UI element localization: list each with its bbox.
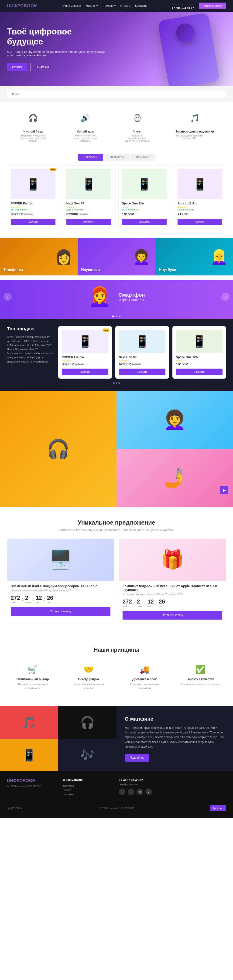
- top-dot-1[interactable]: [113, 382, 115, 384]
- nav-about[interactable]: О нас магазин: [62, 4, 81, 8]
- promo-banner: ‹ 👩‍🦰 Смартфон Apple iPhone XR ›: [0, 280, 233, 313]
- product-stars-3: ★★★☆☆: [122, 206, 167, 208]
- unique-offer-section: Уникальное предложение Знаменитый iPad с…: [0, 508, 233, 635]
- phones-person-icon: 👩: [54, 238, 73, 275]
- collage-dark: 🎧: [58, 706, 116, 739]
- promo-dot-1[interactable]: [112, 315, 114, 317]
- tab-headphones[interactable]: Наушники: [131, 154, 155, 161]
- days-label-1: дней: [11, 601, 20, 603]
- tab-phones[interactable]: Телефоны: [78, 154, 103, 161]
- product-badge-1: new: [49, 168, 57, 171]
- principle-choice-name: Оптимальный выбор: [12, 677, 54, 681]
- product-tabs: Телефоны Планшеты Наушники: [7, 154, 226, 161]
- hours-label-1: часов: [25, 601, 31, 603]
- principle-delivery-name: Доставка в срок: [123, 677, 166, 681]
- nav-contacts[interactable]: Контакты: [135, 4, 147, 8]
- top-buy-1[interactable]: Заказать: [62, 369, 109, 375]
- logo: ЦИФРОБOOM: [7, 3, 38, 8]
- social-telegram[interactable]: T: [119, 789, 125, 795]
- about-title: О магазине: [124, 716, 225, 722]
- offer-body-1: Знаменитый iPad с мощным процессором A12…: [7, 581, 114, 619]
- nav-catalog[interactable]: Каталог ▾: [86, 4, 98, 8]
- offer-order-button-1[interactable]: Оставить заявку: [11, 607, 110, 616]
- footer-social: T f in V: [119, 789, 170, 795]
- side-scroll-button[interactable]: ▶: [220, 486, 228, 494]
- tab-tablets[interactable]: Планшеты: [104, 154, 129, 161]
- promo-dot-2[interactable]: [116, 315, 117, 317]
- footer-nav-title: О нас магазин: [63, 778, 114, 782]
- promo-prev-button[interactable]: ‹: [3, 293, 12, 301]
- search-input[interactable]: [7, 90, 226, 98]
- sep-6: :: [156, 600, 157, 606]
- buy-button-4[interactable]: Заказать: [177, 219, 222, 225]
- product-old-price-2: 74450Р: [80, 213, 88, 216]
- top-sales-title: Топ продаж: [7, 326, 54, 332]
- category-wireless[interactable]: 🎵 Беспроводные наушники Беспроводные нау…: [176, 109, 214, 142]
- top-sales-products: new 📱 POWER Full 14 ★★★★☆ 88790Р 92500Р …: [58, 326, 226, 379]
- category-wireless-name: Беспроводные наушники: [176, 130, 214, 133]
- footer-link-returns[interactable]: Возврат: [63, 789, 114, 791]
- top-stars-1: ★★★★☆: [62, 360, 109, 362]
- social-instagram[interactable]: in: [137, 789, 143, 795]
- promo-person-icon: 👩‍🦰: [88, 286, 112, 308]
- offer-subtitle-1: Отличная скидка до более 98% до 28 апрел…: [11, 589, 110, 592]
- hours-num-1: 2: [25, 595, 31, 601]
- top-price-3: 18150Р: [176, 362, 188, 366]
- days-num-2: 272: [123, 598, 132, 605]
- hero-title: Твоё цифровое будущее: [7, 27, 105, 46]
- nav-help[interactable]: Помощь ▾: [102, 4, 116, 8]
- top-dot-3[interactable]: [118, 382, 120, 384]
- product-name-4: Strong 12 Pro: [177, 202, 222, 205]
- top-old-price-1: 92500Р: [75, 363, 84, 366]
- top-buy-2[interactable]: Заказать: [119, 369, 166, 375]
- top-product-name-2: Next Gen S7: [119, 355, 166, 359]
- buy-button-3[interactable]: Заказать: [122, 219, 167, 225]
- promo-text: Смартфон Apple iPhone XR: [118, 292, 145, 302]
- cat-banner-headphones[interactable]: 👩‍🦱 Наушники: [78, 238, 155, 275]
- social-facebook[interactable]: f: [128, 789, 134, 795]
- order-button[interactable]: Оставить заявку: [199, 3, 226, 9]
- promo-dot-3[interactable]: [119, 315, 121, 317]
- cat-banner-phones[interactable]: 👩 Телефоны: [0, 238, 78, 275]
- categories-section: 🎧 Чистый Звук Наушники и аккустика для ц…: [0, 102, 233, 149]
- product-image-4: 📱: [177, 169, 222, 199]
- cat-banner-phones-label: Телефоны: [3, 268, 23, 272]
- hero-catalog-button[interactable]: Каталог: [7, 63, 27, 71]
- category-sound[interactable]: 🎧 Чистый Звук Наушники и аккустика для ц…: [19, 109, 47, 142]
- sec-num-1: 26: [47, 595, 53, 601]
- sep-3: :: [44, 597, 45, 602]
- min-label-2: мин: [147, 605, 154, 607]
- category-smart[interactable]: 🔊 Умный дом Умные колонки для Вашего инт…: [71, 109, 99, 142]
- main-nav: О нас магазин Каталог ▾ Помощь ▾ Отзывы …: [62, 4, 147, 8]
- footer: ЦИФРОБOOM © 2025 Компания ООО "BOOM" О н…: [0, 772, 233, 818]
- category-watch-desc: Красивые, функциональные, допустимые сти…: [123, 134, 152, 142]
- hero-about-button[interactable]: О магазин: [30, 63, 54, 71]
- about-more-button[interactable]: Подробнее: [124, 754, 149, 762]
- offer-img-1: 🖥️: [7, 539, 114, 581]
- product-name-2: Next Gen S7: [66, 202, 111, 205]
- top-price-1: 88790Р: [62, 362, 74, 366]
- sep-1: :: [22, 597, 23, 602]
- footer-link-contacts[interactable]: Контакты: [63, 793, 114, 795]
- about-text: Мы — одна из крупнейших розничных сетей …: [124, 725, 225, 749]
- social-vk[interactable]: V: [145, 789, 152, 795]
- product-card-2: 📱 Next Gen S7 ★★★★☆ Есть в наличии 67900…: [63, 165, 115, 229]
- about-right-content: О магазине Мы — одна из крупнейших розни…: [116, 706, 233, 772]
- promo-next-button[interactable]: ›: [221, 293, 230, 301]
- buy-button-1[interactable]: Заказать: [11, 219, 56, 225]
- buy-button-2[interactable]: Заказать: [66, 219, 111, 225]
- nav-reviews[interactable]: Отзывы: [120, 4, 131, 8]
- top-buy-3[interactable]: Заказать: [176, 369, 222, 375]
- quality-icon: ✅: [179, 665, 221, 675]
- offer-order-button-2[interactable]: Оставить заявку: [123, 611, 222, 620]
- scroll-top-button[interactable]: Графтон: [210, 805, 226, 811]
- top-dot-2[interactable]: [116, 382, 117, 384]
- category-watch[interactable]: ⌚ Часы Красивые, функциональные, допусти…: [123, 109, 152, 142]
- collage-navy: 🎶: [58, 739, 116, 772]
- footer-link-delivery[interactable]: Доставка: [63, 784, 114, 787]
- hours-label-2: часов: [137, 605, 143, 607]
- top-sales-inner: Топ продаж В топ 4 входят бренды также в…: [7, 326, 226, 379]
- top-product-name-1: POWER Full 14: [62, 355, 109, 359]
- cat-banner-laptops[interactable]: 👱‍♀️ Ноутбуки: [155, 238, 233, 275]
- top-product-img-1: 📱: [62, 330, 109, 353]
